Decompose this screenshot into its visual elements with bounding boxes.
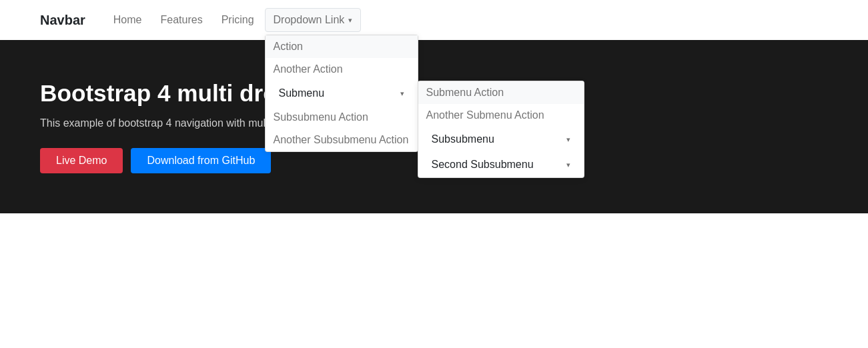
- dropdown-item-another-subsubmenu-action[interactable]: Another Subsubmenu Action: [266, 129, 418, 151]
- dropdown-toggle-label: Dropdown Link: [274, 14, 345, 26]
- dropdown-item-action[interactable]: Action: [266, 35, 418, 58]
- subsubmenu-caret-icon: ▾: [566, 135, 570, 144]
- nav-item-features: Features: [153, 14, 211, 26]
- submenu-item-second-subsubmenu[interactable]: Second Subsubmenu ▾: [418, 152, 584, 177]
- nav-link-home[interactable]: Home: [105, 9, 150, 31]
- submenu-label: Submenu: [279, 87, 325, 99]
- submenu-caret-icon: ▾: [400, 89, 404, 98]
- submenu-item-action[interactable]: Submenu Action: [418, 81, 584, 104]
- dropdown-item-subsubmenu-action[interactable]: Subsubmenu Action: [266, 106, 418, 129]
- second-subsubmenu-caret-icon: ▾: [566, 161, 570, 169]
- nav-link-pricing[interactable]: Pricing: [213, 9, 262, 31]
- submenu-item-subsubmenu[interactable]: Subsubmenu ▾: [418, 127, 584, 152]
- nav-links: Home Features Pricing Dropdown Link ▾ Ac…: [105, 8, 361, 32]
- submenu-container: Submenu ▾ Submenu Action Another Submenu…: [266, 81, 418, 106]
- navbar-brand[interactable]: Navbar: [40, 13, 85, 28]
- nav-item-pricing: Pricing: [213, 14, 262, 26]
- download-button[interactable]: Download from GitHub: [131, 148, 271, 173]
- live-demo-button[interactable]: Live Demo: [40, 148, 123, 173]
- dropdown-toggle[interactable]: Dropdown Link ▾: [265, 8, 362, 32]
- dropdown-menu: Action Another Action Submenu ▾ Submenu …: [265, 35, 418, 152]
- nav-item-dropdown: Dropdown Link ▾ Action Another Action Su…: [265, 8, 362, 32]
- dropdown-caret-icon: ▾: [348, 16, 352, 25]
- second-subsubmenu-label: Second Subsubmenu: [432, 159, 534, 171]
- submenu: Submenu Action Another Submenu Action Su…: [418, 81, 584, 178]
- subsubmenu-container: Subsubmenu ▾: [418, 127, 584, 152]
- nav-link-features[interactable]: Features: [153, 9, 211, 31]
- dropdown-item-submenu[interactable]: Submenu ▾: [266, 81, 418, 106]
- nav-item-home: Home: [105, 14, 150, 26]
- submenu-item-another-action[interactable]: Another Submenu Action: [418, 104, 584, 127]
- subsubmenu-label: Subsubmenu: [432, 133, 494, 145]
- navbar: Navbar Home Features Pricing Dropdown Li…: [0, 0, 868, 40]
- dropdown-item-another-action[interactable]: Another Action: [266, 58, 418, 81]
